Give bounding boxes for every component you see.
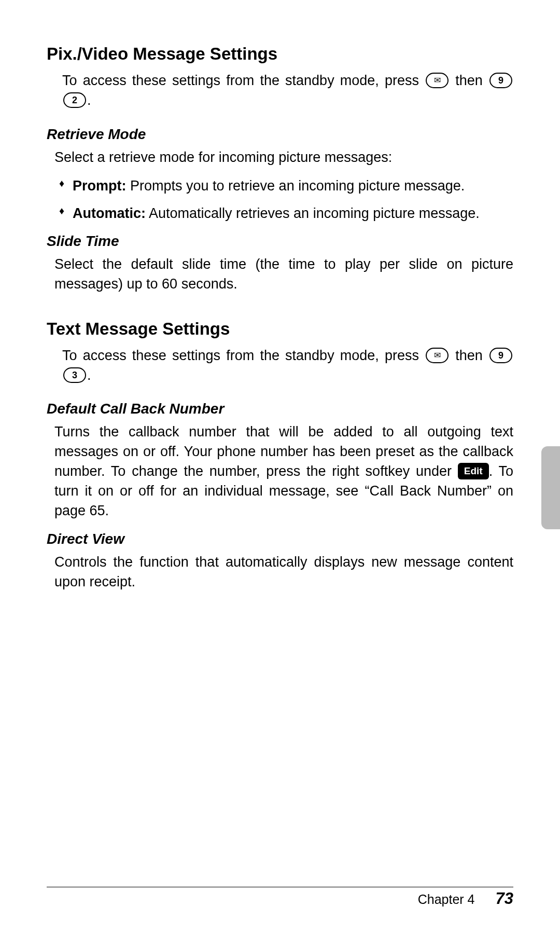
automatic-label: Automatic: bbox=[73, 205, 146, 221]
page-number: 73 bbox=[496, 889, 513, 908]
nine-key-icon: 9 bbox=[489, 73, 512, 88]
pix-intro-after: then bbox=[455, 73, 488, 88]
callback-body-before: Turns the callback number that will be a… bbox=[54, 424, 513, 479]
prompt-text: Prompts you to retrieve an incoming pict… bbox=[127, 178, 465, 194]
retrieve-bullet-automatic: Automatic: Automatically retrieves an in… bbox=[57, 204, 513, 223]
text-settings-heading: Text Message Settings bbox=[47, 319, 513, 339]
retrieve-mode-heading: Retrieve Mode bbox=[47, 126, 513, 143]
two-key-icon: 2 bbox=[63, 92, 86, 108]
page-footer: Chapter 4 73 bbox=[418, 889, 513, 908]
direct-view-body: Controls the function that automatically… bbox=[54, 553, 513, 592]
default-callback-body: Turns the callback number that will be a… bbox=[54, 422, 513, 520]
direct-view-heading: Direct View bbox=[47, 531, 513, 547]
text-intro-end: . bbox=[87, 367, 91, 383]
footer-rule bbox=[47, 887, 513, 887]
retrieve-bullet-prompt: Prompt: Prompts you to retrieve an incom… bbox=[57, 176, 513, 195]
side-tab-indicator bbox=[541, 446, 560, 529]
automatic-text: Automatically retrieves an incoming pict… bbox=[146, 205, 480, 221]
edit-softkey-icon: Edit bbox=[458, 463, 489, 480]
three-key-icon: 3 bbox=[63, 367, 86, 383]
mail-key-icon: ✉ bbox=[426, 73, 449, 88]
text-intro: To access these settings from the standb… bbox=[62, 346, 513, 386]
text-intro-after: then bbox=[455, 348, 488, 363]
default-callback-heading: Default Call Back Number bbox=[47, 401, 513, 417]
pix-intro-before: To access these settings from the standb… bbox=[62, 73, 425, 88]
chapter-label: Chapter 4 bbox=[418, 892, 475, 907]
slide-time-heading: Slide Time bbox=[47, 233, 513, 250]
mail-key-icon-2: ✉ bbox=[426, 348, 449, 363]
pix-settings-heading: Pix./Video Message Settings bbox=[47, 44, 513, 64]
retrieve-mode-body: Select a retrieve mode for incoming pict… bbox=[54, 148, 513, 168]
pix-intro: To access these settings from the standb… bbox=[62, 71, 513, 111]
text-intro-before: To access these settings from the standb… bbox=[62, 348, 425, 363]
prompt-label: Prompt: bbox=[73, 178, 127, 194]
slide-time-body: Select the default slide time (the time … bbox=[54, 255, 513, 294]
nine-key-icon-2: 9 bbox=[489, 348, 512, 363]
pix-intro-end: . bbox=[87, 92, 91, 108]
retrieve-bullet-list: Prompt: Prompts you to retrieve an incom… bbox=[57, 176, 513, 223]
